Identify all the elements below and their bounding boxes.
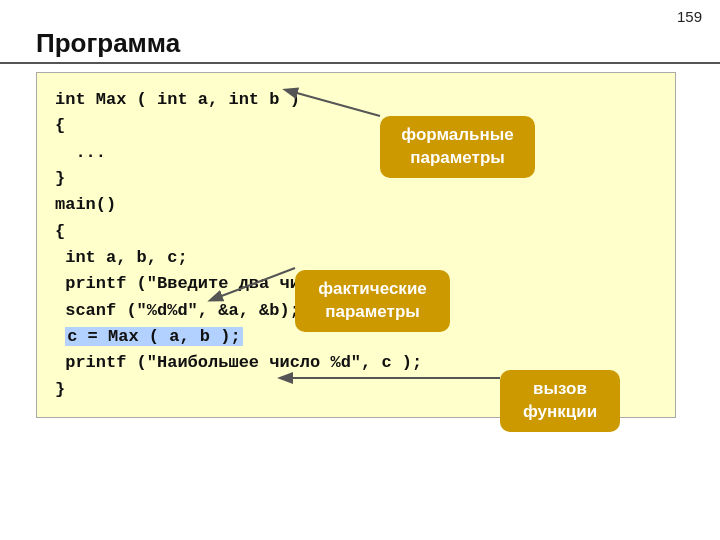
title-underline [0,62,720,64]
page-number: 159 [677,8,702,25]
callout-formal-parameters: формальные параметры [380,116,535,178]
callout-actual-parameters: фактические параметры [295,270,450,332]
svg-line-1 [211,268,295,300]
callout-function-call: вызов функции [500,370,620,432]
page-title: Программа [36,28,180,59]
svg-line-0 [286,90,380,116]
